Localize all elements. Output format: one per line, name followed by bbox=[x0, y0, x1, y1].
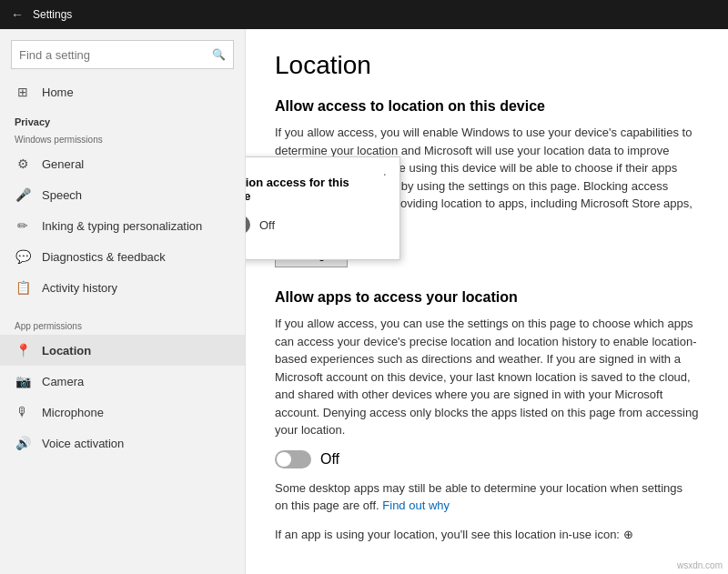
sidebar-item-label: Home bbox=[42, 86, 74, 99]
sidebar-item-voice[interactable]: 🔊 Voice activation bbox=[0, 428, 245, 458]
section2-text: If you allow access, you can use the set… bbox=[275, 315, 699, 439]
sidebar-item-label: Activity history bbox=[42, 281, 117, 295]
sidebar-item-label: Inking & typing personalization bbox=[42, 219, 202, 233]
main-layout: 🔍 ⊞ Home Privacy Windows permissions ⚙ G… bbox=[0, 29, 728, 574]
section2-title: Allow apps to access your location bbox=[275, 289, 699, 306]
sidebar-item-location[interactable]: 📍 Location bbox=[0, 335, 245, 366]
sidebar-item-label: Camera bbox=[42, 375, 84, 388]
sidebar-item-inking[interactable]: ✏ Inking & typing personalization bbox=[0, 210, 245, 241]
sidebar-item-diagnostics[interactable]: 💬 Diagnostics & feedback bbox=[0, 241, 245, 272]
privacy-section-label: Privacy bbox=[0, 107, 245, 131]
device-toggle-row: Off bbox=[246, 216, 378, 234]
sidebar: 🔍 ⊞ Home Privacy Windows permissions ⚙ G… bbox=[0, 29, 246, 574]
inking-icon: ✏ bbox=[15, 217, 31, 234]
sidebar-item-label: Microphone bbox=[42, 406, 104, 419]
content-area: Location Allow access to location on thi… bbox=[246, 29, 728, 574]
title-bar-title: Settings bbox=[33, 8, 72, 21]
app-permissions-label: App permissions bbox=[0, 312, 245, 335]
search-input[interactable] bbox=[19, 48, 212, 62]
voice-icon: 🔊 bbox=[15, 435, 31, 451]
search-box[interactable]: 🔍 bbox=[11, 40, 234, 69]
device-toggle-label: Off bbox=[259, 218, 275, 232]
camera-icon: 📷 bbox=[15, 373, 31, 389]
sidebar-item-label: General bbox=[42, 157, 84, 171]
home-icon: ⊞ bbox=[15, 84, 31, 100]
popup-close-dot[interactable]: · bbox=[383, 166, 387, 183]
sidebar-item-label: Speech bbox=[42, 188, 82, 202]
in-use-note: If an app is using your location, you'll… bbox=[275, 526, 699, 544]
sidebar-item-activity[interactable]: 📋 Activity history bbox=[0, 272, 245, 303]
watermark: wsxdn.com bbox=[677, 560, 723, 570]
apps-location-toggle[interactable] bbox=[275, 450, 311, 468]
activity-icon: 📋 bbox=[15, 279, 31, 296]
windows-permissions-label: Windows permissions bbox=[0, 131, 245, 148]
sidebar-item-label: Location bbox=[42, 344, 91, 357]
sidebar-item-label: Diagnostics & feedback bbox=[42, 250, 166, 264]
page-title: Location bbox=[275, 51, 699, 80]
apps-toggle-label: Off bbox=[320, 451, 339, 468]
sidebar-item-home[interactable]: ⊞ Home bbox=[0, 76, 245, 107]
microphone-icon: 🎙 bbox=[15, 404, 31, 420]
sidebar-item-camera[interactable]: 📷 Camera bbox=[0, 366, 245, 397]
sidebar-item-microphone[interactable]: 🎙 Microphone bbox=[0, 397, 245, 428]
apps-location-toggle-row: Off bbox=[275, 450, 699, 468]
location-icon: 📍 bbox=[15, 342, 31, 358]
title-bar: ← Settings bbox=[0, 0, 728, 29]
speech-icon: 🎤 bbox=[15, 186, 31, 203]
desktop-apps-note: Some desktop apps may still be able to d… bbox=[275, 479, 699, 515]
find-out-why-link[interactable]: Find out why bbox=[382, 498, 450, 512]
device-location-toggle[interactable] bbox=[246, 216, 250, 234]
search-icon: 🔍 bbox=[212, 48, 226, 61]
diagnostics-icon: 💬 bbox=[15, 248, 31, 265]
location-access-popup: Location access for this device Off · bbox=[246, 156, 400, 260]
popup-title: Location access for this device bbox=[246, 176, 378, 203]
sidebar-item-general[interactable]: ⚙ General bbox=[0, 148, 245, 179]
section1-title: Allow access to location on this device bbox=[275, 98, 699, 115]
back-button[interactable]: ← bbox=[11, 7, 24, 22]
sidebar-item-label: Voice activation bbox=[42, 437, 124, 450]
general-icon: ⚙ bbox=[15, 156, 31, 172]
apps-toggle-knob bbox=[277, 452, 291, 467]
sidebar-item-speech[interactable]: 🎤 Speech bbox=[0, 179, 245, 210]
